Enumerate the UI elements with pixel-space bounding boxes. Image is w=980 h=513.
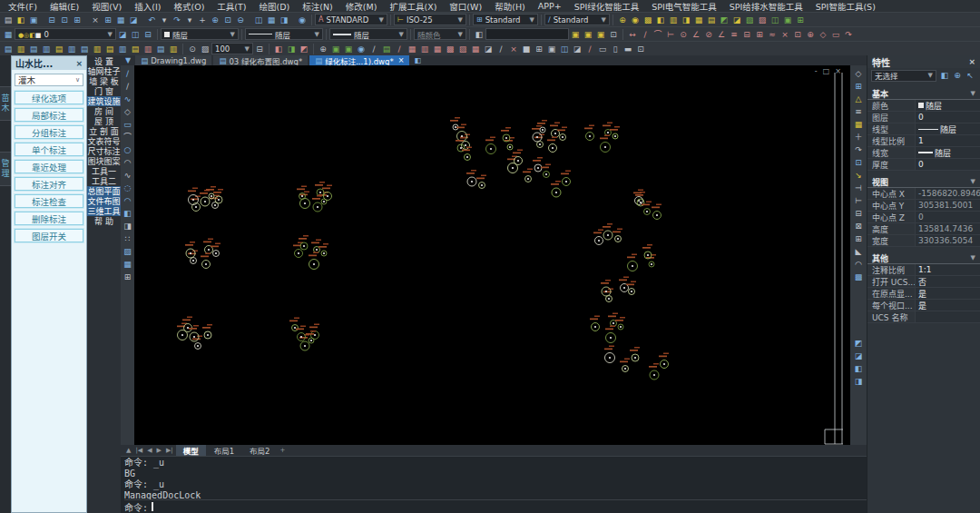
- property-value[interactable]: [915, 311, 980, 322]
- layout-tab-3[interactable]: 布局2: [242, 445, 277, 456]
- layer-on-icon[interactable]: ▥: [15, 43, 27, 54]
- plot-icon[interactable]: ⊟: [45, 14, 58, 25]
- table-tool-3-icon[interactable]: ◉: [355, 43, 368, 54]
- polygon-icon[interactable]: ◇: [122, 105, 133, 117]
- bring-above-icon[interactable]: ◧: [853, 362, 865, 374]
- menu-17[interactable]: SPI智能工具(S): [809, 0, 882, 13]
- table-tool-25-icon[interactable]: ⊡: [634, 43, 647, 54]
- dim-edit-icon[interactable]: ◇: [817, 28, 829, 40]
- spline-icon[interactable]: ∿: [122, 169, 133, 181]
- pan-icon[interactable]: +: [196, 14, 209, 25]
- help-icon[interactable]: ◉: [296, 14, 309, 25]
- image-adjust-icon[interactable]: ◩: [298, 43, 310, 54]
- save-icon[interactable]: ▣: [27, 14, 40, 25]
- menu-1[interactable]: 文件(F): [2, 0, 44, 13]
- dim-text-edit-icon[interactable]: ▭: [829, 28, 842, 40]
- text-style-combo[interactable]: A STANDARD▼: [315, 14, 387, 25]
- table-tool-2-icon[interactable]: ▣: [342, 43, 355, 54]
- preview-icon[interactable]: ⊡: [58, 14, 71, 25]
- plant-symbol[interactable]: [309, 252, 319, 270]
- xline-icon[interactable]: ∕: [122, 80, 133, 92]
- spi-tool-4-icon[interactable]: ◧: [654, 14, 667, 25]
- chevron-down-icon[interactable]: ▼: [971, 90, 975, 97]
- dim-angular-icon[interactable]: ∠: [715, 28, 728, 40]
- minimize-icon[interactable]: -: [815, 67, 818, 75]
- named-views-icon[interactable]: ▨: [199, 43, 211, 54]
- close-icon[interactable]: ×: [398, 56, 405, 64]
- property-value[interactable]: 0: [915, 159, 980, 170]
- lineweight-combo[interactable]: 随层▼: [329, 28, 407, 40]
- point-icon[interactable]: ∷: [122, 232, 133, 244]
- menu-12[interactable]: 帮助(H): [488, 0, 532, 13]
- menu-5[interactable]: 格式(O): [167, 0, 211, 13]
- plant-symbol[interactable]: [652, 204, 662, 220]
- palette-button-6[interactable]: 标注对齐: [15, 177, 83, 191]
- menu-6[interactable]: 工具(T): [211, 0, 252, 13]
- table-tool-15-icon[interactable]: ×: [507, 43, 520, 54]
- chamfer-icon[interactable]: ◣: [853, 245, 865, 257]
- palette-titlebar[interactable]: 山水比... ×: [12, 56, 86, 70]
- doc-tab-3[interactable]: ▤绿化标注...1).dwg*×: [309, 55, 409, 65]
- dim-arc-icon[interactable]: ⌒: [652, 28, 664, 40]
- palette-button-2[interactable]: 局部标注: [15, 108, 83, 122]
- plant-symbol[interactable]: [200, 190, 210, 206]
- doc-tab-1[interactable]: ▤Drawing1.dwg: [135, 55, 211, 65]
- plant-symbol[interactable]: [593, 230, 603, 245]
- designcenter-icon[interactable]: ▦: [265, 14, 278, 25]
- quick-select-icon[interactable]: ⊕: [951, 70, 964, 82]
- plant-symbol[interactable]: [584, 125, 594, 141]
- arc-icon[interactable]: ⌒: [122, 131, 133, 143]
- properties-window-icon[interactable]: ◫: [252, 14, 265, 25]
- toggle-pickadd-icon[interactable]: ◧: [938, 70, 951, 82]
- offset-icon[interactable]: ≡: [853, 105, 865, 117]
- explode-icon[interactable]: ▩: [853, 271, 865, 282]
- palette-button-7[interactable]: 标注检查: [15, 194, 83, 208]
- menu-14[interactable]: SPI绿化智能工具: [568, 0, 646, 13]
- table-tool-14-icon[interactable]: ∕: [495, 43, 507, 54]
- layout-nav-icon-1[interactable]: ▲: [124, 447, 132, 454]
- layer-freeze-icon[interactable]: ▤: [27, 43, 40, 54]
- table-tool-8-icon[interactable]: ▥: [418, 43, 431, 54]
- plant-symbol[interactable]: [612, 229, 622, 242]
- lock-icon[interactable]: ◧: [29, 32, 35, 39]
- property-value[interactable]: 330336.5054: [915, 235, 980, 246]
- spi-tool-8-icon[interactable]: ▤: [705, 14, 718, 25]
- plant-symbol[interactable]: [604, 346, 615, 363]
- property-value[interactable]: 是: [915, 288, 980, 299]
- hatch-icon[interactable]: ▨: [122, 245, 133, 257]
- property-value[interactable]: 否: [915, 276, 980, 287]
- image-icon[interactable]: ▣: [594, 28, 607, 40]
- property-value[interactable]: -1586820.8946: [915, 188, 980, 199]
- pan-view-icon[interactable]: ⊟: [253, 43, 266, 54]
- matchprop-icon[interactable]: ◪: [127, 14, 140, 25]
- table-tool-11-icon[interactable]: ▨: [456, 43, 469, 54]
- dim-baseline-icon[interactable]: ⊟: [740, 28, 753, 40]
- plant-symbol[interactable]: [601, 280, 611, 296]
- dim-jogged-icon[interactable]: ∠: [690, 28, 702, 40]
- plant-symbol[interactable]: [620, 359, 630, 372]
- quick-dim-icon[interactable]: ≡: [728, 28, 740, 40]
- dim-update-icon[interactable]: ↷: [842, 28, 855, 40]
- property-value[interactable]: 135814.7436: [915, 223, 980, 234]
- layout-tab-2[interactable]: 布局1: [207, 445, 241, 456]
- spi-tool-12-icon[interactable]: ▨: [756, 14, 769, 25]
- layout-nav-icon-4[interactable]: ▶: [155, 447, 163, 454]
- plant-symbol[interactable]: [642, 244, 652, 259]
- send-under-icon[interactable]: ◨: [853, 375, 865, 387]
- palette-button-1[interactable]: 绿化选项: [15, 91, 83, 104]
- property-value[interactable]: 1:1: [915, 264, 980, 275]
- property-value[interactable]: 0: [915, 212, 980, 222]
- tab-list-icon[interactable]: ▼: [122, 56, 133, 64]
- dim-ordinate-icon[interactable]: ⊢: [664, 28, 677, 40]
- menu-9[interactable]: 修改(M): [339, 0, 384, 13]
- layout-nav-icon-5[interactable]: ▶|: [164, 447, 175, 454]
- ole-icon[interactable]: ⊡: [607, 28, 620, 40]
- property-value[interactable]: 1: [915, 135, 980, 146]
- property-value[interactable]: 是: [915, 300, 980, 311]
- menu-4[interactable]: 插入(I): [128, 0, 167, 13]
- plant-symbol[interactable]: [630, 347, 640, 361]
- close-icon[interactable]: ×: [835, 67, 841, 75]
- mleader-style-combo[interactable]: ∕ Standard▼: [544, 14, 610, 25]
- mirror-icon[interactable]: △: [853, 93, 865, 104]
- undo-icon[interactable]: ↶: [145, 14, 158, 25]
